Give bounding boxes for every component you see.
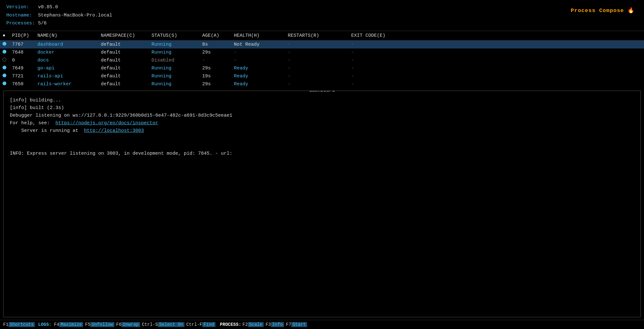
shortcuts-label[interactable]: Shortcuts [9,322,35,327]
table-cell: 7648 [12,50,37,55]
table-cell: Ready [234,66,288,71]
table-rows: 7767dashboarddefaultRunning8sNot Ready--… [0,41,644,88]
log-line-5: Server is running at http://localhost:30… [10,127,634,135]
logs-section-label: LOGS: [38,322,51,327]
find-label[interactable]: Find [202,322,216,327]
log-line-3: Debugger listening on ws://127.0.0.1:922… [10,112,634,119]
scale-label[interactable]: Scale [248,322,264,327]
process-dot [3,74,12,79]
info-label[interactable]: Info [271,322,284,327]
f2-key: F2 [242,322,248,327]
table-cell: - [288,42,351,47]
f7-key: F7 [286,322,291,327]
log-content[interactable]: [info] building... [info] built (2.3s) D… [3,91,641,317]
start-label[interactable]: Start [291,322,307,327]
log-panel: ─dashboard─ [info] building... [info] bu… [3,91,641,318]
table-cell: docs [37,58,101,63]
table-cell: docker [37,50,101,55]
hostname-line: Hostname: Stephans-MacBook-Pro.local [6,11,638,20]
table-cell: - [234,50,288,55]
table-row[interactable]: 7650rails-workerdefaultRunning29sReady-- [0,80,644,88]
unfollow-label[interactable]: Unfollow [90,322,114,327]
ctrls-key: Ctrl-S [142,322,158,327]
table-cell: - [234,58,288,63]
log-panel-title: ─dashboard─ [304,91,340,93]
table-cell: Running [151,50,202,55]
table-cell: - [351,66,415,71]
table-row[interactable]: 0docsdefaultDisabled---- [0,56,644,64]
col-exitcode: EXIT CODE(E) [351,33,415,38]
table-cell: - [288,74,351,79]
table-cell: - [351,74,415,79]
f6-key: F6 [116,322,122,327]
table-cell: 0 [12,58,37,63]
table-cell: - [351,50,415,55]
localhost-link[interactable]: http://localhost:3003 [84,128,144,133]
table-cell: - [351,81,415,87]
col-health: HEALTH(H) [234,33,288,38]
table-header-row: ● PID(P) NAME(N) NAMESPACE(C) STATUS(S) … [0,31,644,41]
selecton-label[interactable]: Select On [158,322,184,327]
table-cell: 7721 [12,74,37,79]
table-cell: 8s [202,42,234,47]
table-cell: 7649 [12,66,37,71]
processes-line: Processes: 5/6 [6,19,638,28]
log-line-1: [info] building... [10,97,634,104]
table-cell: - [288,66,351,71]
table-cell: 29s [202,50,234,55]
table-cell: - [351,42,415,47]
col-age: AGE(A) [202,33,234,38]
table-cell: Not Ready [234,42,288,47]
f5-key: F5 [85,322,90,327]
table-row[interactable]: 7767dashboarddefaultRunning8sNot Ready-- [0,41,644,48]
table-row[interactable]: 7648dockerdefaultRunning29s--- [0,48,644,56]
log-line-8: INFO: Express server listening on 3003, … [10,150,634,158]
log-line-2: [info] built (2.3s) [10,104,634,112]
table-cell: - [351,58,415,63]
version-label: Version: [6,3,38,11]
table-cell: - [288,50,351,55]
f4-key: F4 [54,322,59,327]
table-cell: Running [151,42,202,47]
table-cell: Running [151,74,202,79]
table-cell: 29s [202,66,234,71]
table-cell: dashboard [37,42,101,47]
processes-value: 5/6 [38,19,47,28]
process-dot [3,58,12,63]
table-cell: - [288,58,351,63]
col-namespace: NAMESPACE(C) [101,33,151,38]
col-status: STATUS(S) [151,33,202,38]
col-restarts: RESTARTS(R) [288,33,351,38]
unwrap-label[interactable]: Unwrap [121,322,140,327]
f1-key: F1 [3,322,9,327]
hostname-label: Hostname: [6,11,38,20]
table-cell: default [101,58,151,63]
app-container: Version: v0.85.0 Hostname: Stephans-MacB… [0,0,644,329]
process-section-label: PROCESS: [220,322,241,327]
inspector-link[interactable]: https://nodejs.org/en/docs/inspector [55,120,158,126]
table-cell: - [288,81,351,87]
table-cell: rails-worker [37,81,101,87]
table-cell: default [101,42,151,47]
table-cell: Ready [234,74,288,79]
table-cell: default [101,74,151,79]
process-dot [3,81,12,87]
footer: F1 Shortcuts LOGS: F4 Maximize F5 Unfoll… [0,320,644,329]
log-line-4: For help, see: https://nodejs.org/en/doc… [10,119,634,127]
table-row[interactable]: 7649go-apidefaultRunning29sReady-- [0,64,644,72]
col-pid: PID(P) [12,33,37,38]
process-dot [3,50,12,55]
table-cell: 29s [202,81,234,87]
process-dot [3,42,12,47]
table-cell: Disabled [151,58,202,63]
app-title: Process Compose 🔥 [571,7,634,14]
table-cell: 7650 [12,81,37,87]
processes-label: Processes: [6,19,38,28]
hostname-value: Stephans-MacBook-Pro.local [38,11,112,20]
table-cell: rails-api [37,74,101,79]
table-cell: go-api [37,66,101,71]
maximize-label[interactable]: Maximize [59,322,83,327]
col-name: NAME(N) [37,33,101,38]
table-row[interactable]: 7721rails-apidefaultRunning19sReady-- [0,72,644,80]
log-line-6 [10,135,634,142]
